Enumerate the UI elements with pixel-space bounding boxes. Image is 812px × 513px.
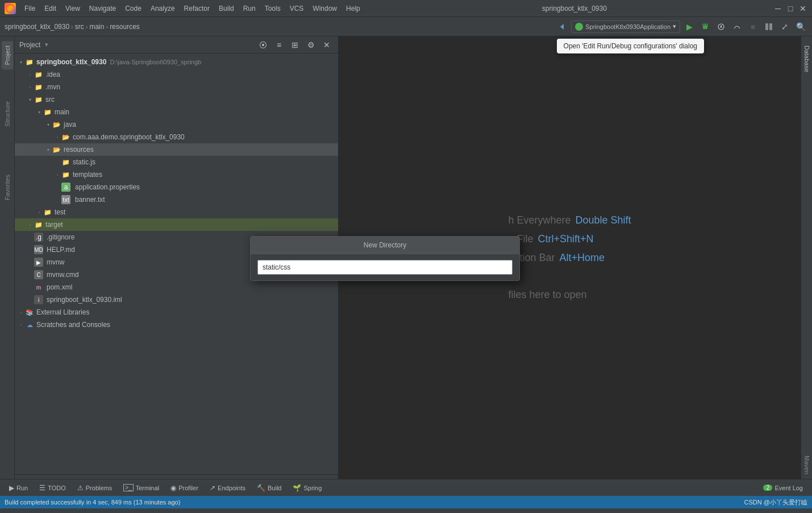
tree-item-idea[interactable]: › 📁 .idea bbox=[15, 68, 338, 81]
event-log-button[interactable]: 2 Event Log bbox=[759, 482, 807, 494]
tree-item-iml[interactable]: i springboot_ktlx_0930.iml bbox=[15, 293, 338, 306]
panel-scroll-bar bbox=[15, 474, 338, 479]
tree-item-main[interactable]: ▾ 📁 main bbox=[15, 106, 338, 118]
tree-item-scratches[interactable]: › ☁ Scratches and Consoles bbox=[15, 318, 338, 331]
layout-button[interactable] bbox=[762, 20, 776, 34]
tree-item-root[interactable]: ▾ 📁 springboot_ktlx_0930 D:\java-Springb… bbox=[15, 56, 338, 68]
panel-expand-icon[interactable]: ⊞ bbox=[288, 38, 302, 52]
tree-label-resources: resources bbox=[64, 146, 94, 154]
terminal-tab-icon: >_ bbox=[123, 484, 133, 491]
expand-button[interactable]: ⤢ bbox=[778, 20, 792, 34]
tree-item-java[interactable]: ▾ 📂 java bbox=[15, 118, 338, 131]
tree-item-appprops[interactable]: a application.properties bbox=[15, 181, 338, 193]
debug-button[interactable] bbox=[698, 20, 712, 34]
breadcrumb-sep3: › bbox=[106, 23, 108, 30]
breadcrumb-src[interactable]: src bbox=[75, 23, 84, 31]
profiler-tab-label: Profiler bbox=[178, 485, 198, 491]
run-config-tooltip: Open 'Edit Run/Debug configurations' dia… bbox=[557, 39, 704, 53]
tree-label-package: com.aaa.demo.springboot_ktlx_0930 bbox=[73, 133, 185, 141]
tree-item-mvn[interactable]: › 📁 .mvn bbox=[15, 81, 338, 93]
bottom-tab-todo[interactable]: ☰ TODO bbox=[35, 482, 70, 494]
bottom-right: 2 Event Log bbox=[759, 482, 807, 494]
coverage-button[interactable] bbox=[714, 20, 728, 34]
new-directory-dialog: New Directory bbox=[250, 236, 520, 281]
tree-arrow-templates: › bbox=[53, 171, 61, 179]
breadcrumb-resources[interactable]: resources bbox=[110, 23, 140, 31]
menu-window[interactable]: Window bbox=[309, 3, 341, 14]
panel-close-icon[interactable]: ✕ bbox=[320, 38, 334, 52]
tree-label-helpmd: HELP.md bbox=[47, 246, 75, 254]
maximize-button[interactable]: □ bbox=[786, 4, 795, 13]
search-button[interactable]: 🔍 bbox=[794, 20, 807, 34]
bottom-tab-spring[interactable]: 🌱 Spring bbox=[288, 482, 326, 494]
app-logo bbox=[5, 3, 16, 14]
left-tab-structure[interactable]: Structure bbox=[2, 97, 13, 131]
minimize-button[interactable]: ─ bbox=[773, 4, 782, 13]
left-tab-favorites[interactable]: Favorites bbox=[2, 170, 13, 205]
menu-analyze[interactable]: Analyze bbox=[147, 3, 179, 14]
folder-icon-main: 📁 bbox=[43, 107, 52, 117]
panel-icons: ⦿ ≡ ⊞ ⚙ ✕ bbox=[256, 38, 334, 52]
menu-tools[interactable]: Tools bbox=[261, 3, 285, 14]
menu-view[interactable]: View bbox=[61, 3, 84, 14]
folder-icon-java: 📂 bbox=[52, 120, 61, 129]
bottom-tab-terminal[interactable]: >_ Terminal bbox=[119, 482, 164, 494]
back-button[interactable] bbox=[555, 20, 569, 34]
tree-label-mvnwcmd: mvnw.cmd bbox=[47, 271, 79, 279]
tree-label-external: External Libraries bbox=[36, 308, 89, 316]
menu-build[interactable]: Build bbox=[215, 3, 238, 14]
run-config-icon bbox=[575, 23, 583, 31]
profile-button[interactable] bbox=[730, 20, 744, 34]
panel-dropdown-arrow[interactable]: ▾ bbox=[45, 41, 48, 48]
run-config-dropdown[interactable]: SpringbootKtlx0930Application ▾ bbox=[571, 20, 680, 33]
stop-button[interactable]: ■ bbox=[746, 20, 760, 34]
run-button[interactable]: ▶ bbox=[682, 20, 696, 34]
tree-item-test[interactable]: › 📁 test bbox=[15, 206, 338, 218]
bottom-tab-endpoints[interactable]: ↗ Endpoints bbox=[205, 482, 250, 494]
menu-run[interactable]: Run bbox=[239, 3, 260, 14]
folder-icon-idea: 📁 bbox=[34, 70, 43, 79]
tree-label-java: java bbox=[64, 121, 76, 129]
tree-item-staticjs[interactable]: 📁 static.js bbox=[15, 156, 338, 168]
folder-icon-mvn: 📁 bbox=[34, 82, 43, 92]
right-tab-database[interactable]: Database bbox=[802, 41, 812, 77]
close-button[interactable]: ✕ bbox=[798, 4, 807, 13]
menu-code[interactable]: Code bbox=[121, 3, 145, 14]
tree-item-external[interactable]: › 📚 External Libraries bbox=[15, 306, 338, 318]
tree-item-src[interactable]: ▾ 📁 src bbox=[15, 93, 338, 106]
panel-locate-icon[interactable]: ⦿ bbox=[256, 38, 270, 52]
tree-item-templates[interactable]: › 📁 templates bbox=[15, 168, 338, 181]
panel-collapse-icon[interactable]: ≡ bbox=[272, 38, 286, 52]
hint1-shortcut: Double Shift bbox=[576, 214, 631, 226]
left-tab-project[interactable]: Project bbox=[2, 41, 13, 69]
bottom-tab-problems[interactable]: ⚠ Problems bbox=[73, 482, 116, 494]
menu-help[interactable]: Help bbox=[342, 3, 364, 14]
folder-icon-resources: 📂 bbox=[52, 145, 61, 154]
hint4-text: files here to open bbox=[508, 289, 586, 301]
bottom-tab-profiler[interactable]: ◉ Profiler bbox=[166, 482, 203, 494]
menu-refactor[interactable]: Refactor bbox=[180, 3, 214, 14]
tree-item-package[interactable]: › 📂 com.aaa.demo.springboot_ktlx_0930 bbox=[15, 131, 338, 143]
spring-tab-icon: 🌱 bbox=[293, 484, 301, 492]
bottom-tab-run[interactable]: ▶ Run bbox=[5, 482, 32, 494]
menu-navigate[interactable]: Navigate bbox=[85, 3, 120, 14]
right-tab-maven[interactable]: Maven bbox=[802, 451, 812, 479]
breadcrumb-sep2: › bbox=[86, 23, 88, 30]
panel-title: Project bbox=[19, 41, 40, 49]
breadcrumb-main[interactable]: main bbox=[89, 23, 104, 31]
dialog-input-area bbox=[251, 254, 519, 280]
tree-item-resources[interactable]: ▾ 📂 resources bbox=[15, 143, 338, 156]
panel-settings-icon[interactable]: ⚙ bbox=[304, 38, 318, 52]
tree-item-banner[interactable]: txt banner.txt bbox=[15, 193, 338, 206]
menu-file[interactable]: File bbox=[20, 3, 39, 14]
folder-icon-root: 📁 bbox=[25, 57, 34, 67]
breadcrumb-project[interactable]: springboot_ktlx_0930 bbox=[5, 23, 69, 31]
menu-vcs[interactable]: VCS bbox=[286, 3, 308, 14]
nav-bar: springboot_ktlx_0930 › src › main › reso… bbox=[0, 17, 812, 36]
menu-edit[interactable]: Edit bbox=[40, 3, 60, 14]
new-directory-input[interactable] bbox=[257, 260, 513, 275]
bottom-tab-build[interactable]: 🔨 Build bbox=[252, 482, 286, 494]
tree-item-pomxml[interactable]: m pom.xml bbox=[15, 281, 338, 293]
tree-item-target[interactable]: › 📁 target bbox=[15, 218, 338, 231]
tree-label-staticjs: static.js bbox=[73, 158, 95, 166]
